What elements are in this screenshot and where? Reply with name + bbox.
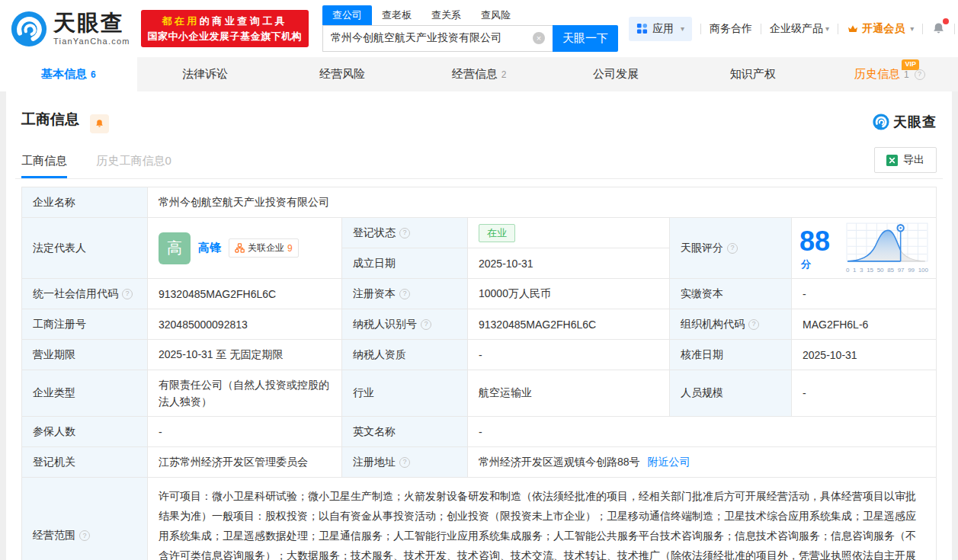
field-label: 企业名称 — [22, 187, 148, 218]
field-value: 2025-10-31 至 无固定期限 — [148, 340, 342, 370]
logo-text: 天眼查 TianYanCha.com — [53, 12, 130, 46]
section-title-wrap: 工商信息 — [21, 110, 109, 133]
reg-status-cell: 在业 — [468, 218, 670, 248]
logo-title: 天眼查 — [53, 12, 130, 34]
company-name-value: 常州今创航空航天产业投资有限公司 — [148, 187, 937, 218]
table-row: 参保人数 - 英文名称 - — [22, 417, 937, 447]
promo-badge: 都在用的商业查询工具 国家中小企业发展子基金旗下机构 — [141, 10, 309, 47]
menu-apps[interactable]: 应用 ▾ — [629, 17, 692, 41]
divider — [761, 24, 761, 34]
search-input[interactable]: 常州今创航空航天产业投资有限公司 × — [322, 25, 553, 52]
help-icon[interactable]: ? — [399, 457, 410, 468]
search-tab-risk[interactable]: 查风险 — [471, 5, 521, 25]
subscribe-bell-button[interactable] — [90, 114, 109, 133]
tab-label: 公司发展 — [593, 67, 639, 82]
tab-company-development[interactable]: 公司发展 — [547, 57, 684, 91]
tab-legal-proceedings[interactable]: 法律诉讼 — [137, 57, 274, 91]
top-header: 天眼查 TianYanCha.com 都在用的商业查询工具 国家中小企业发展子基… — [0, 0, 958, 57]
field-label: 人员规模 — [670, 370, 792, 417]
field-value: 91320485MAG2FH6L6C — [468, 309, 670, 340]
help-icon[interactable]: ? — [421, 319, 431, 330]
field-label: 组织机构代码 ? — [670, 309, 792, 340]
search-tab-company[interactable]: 查公司 — [322, 5, 372, 25]
table-row: 企业类型 有限责任公司（自然人投资或控股的法人独资） 行业 航空运输业 人员规模… — [22, 370, 937, 417]
table-row: 工商注册号 320485000092813 纳税人识别号 ? 91320485M… — [22, 309, 937, 340]
related-label: 关联企业 — [248, 242, 284, 254]
company-nav-tabs: 基本信息 6 法律诉讼 经营风险 经营信息 2 公司发展 知识产权 VIP 历史… — [0, 57, 958, 91]
search-tab-boss[interactable]: 查老板 — [372, 5, 421, 25]
subtabs: 工商信息 历史工商信息0 — [21, 154, 197, 178]
score-cell[interactable]: 88分 — [792, 218, 937, 279]
label-text: 注册资本 — [353, 287, 396, 301]
divider — [922, 24, 923, 34]
related-companies-badge[interactable]: 关联企业 9 — [229, 238, 299, 258]
search-block: 查公司 查老板 查关系 查风险 常州今创航空航天产业投资有限公司 × 天眼一下 — [322, 6, 618, 52]
field-value: - — [468, 340, 670, 370]
field-value: - — [792, 279, 937, 309]
reg-status-label: 登记状态 — [353, 226, 396, 240]
menu-enterprise-products[interactable]: 企业级产品 ▾ — [770, 22, 829, 36]
score-unit: 分 — [801, 258, 811, 270]
help-icon[interactable]: ? — [915, 69, 925, 80]
search-tab-relation[interactable]: 查关系 — [421, 5, 471, 25]
tab-label: 基本信息 — [41, 67, 87, 82]
promo-line1-rest: 的商业查询工具 — [200, 15, 288, 27]
table-row: 登记机关 江苏常州经济开发区管理委员会 注册地址 ? 常州经济开发区遥观镇今创路… — [22, 447, 937, 478]
tab-operation-risk[interactable]: 经营风险 — [274, 57, 411, 91]
help-icon[interactable]: ? — [727, 243, 738, 254]
status-badge: 在业 — [479, 224, 515, 242]
score-distribution-chart: 0 1 3 15 50 85 97 99 100 — [846, 222, 928, 274]
notification-bell[interactable] — [931, 21, 946, 36]
help-icon[interactable]: ? — [122, 289, 133, 299]
tick-label: 100 — [918, 267, 928, 274]
field-value: MAG2FH6L-6 — [792, 309, 937, 340]
label-text: 经营范围 — [33, 529, 75, 542]
tab-count: 2 — [501, 69, 507, 80]
tianyancha-logo[interactable]: 天眼查 TianYanCha.com — [11, 11, 130, 47]
menu-open-vip[interactable]: 开通会员 ▾ — [847, 22, 914, 36]
subtab-history-business-info[interactable]: 历史工商信息0 — [96, 154, 171, 178]
tick-label: 50 — [877, 267, 884, 274]
field-label: 纳税人识别号 ? — [342, 309, 468, 340]
tab-history-info[interactable]: VIP 历史信息 1 ? — [821, 57, 958, 91]
bell-icon — [95, 119, 104, 129]
field-label: 天眼评分 ? — [670, 218, 792, 279]
legal-rep-name-link[interactable]: 高锋 — [198, 241, 221, 255]
field-value: 江苏常州经济开发区管理委员会 — [148, 447, 342, 478]
legal-rep-cell: 高 高锋 关联企业 9 — [148, 218, 342, 279]
tab-label: 经营信息 — [452, 67, 498, 82]
page: 天眼查 TianYanCha.com 都在用的商业查询工具 国家中小企业发展子基… — [0, 0, 958, 560]
search-button[interactable]: 天眼一下 — [553, 25, 618, 52]
export-button[interactable]: 导出 — [874, 147, 937, 173]
section-title: 工商信息 — [21, 111, 79, 127]
promo-line1-highlight: 都在用 — [162, 15, 200, 27]
tab-basic-info[interactable]: 基本信息 6 — [0, 57, 137, 91]
menu-cooperation[interactable]: 商务合作 — [710, 22, 752, 36]
help-icon[interactable]: ? — [79, 530, 90, 541]
tab-intellectual-property[interactable]: 知识产权 — [684, 57, 822, 91]
help-icon[interactable]: ? — [399, 228, 410, 238]
field-value: 91320485MAG2FH6L6C — [148, 279, 342, 309]
tab-count: 6 — [91, 69, 96, 80]
help-icon[interactable]: ? — [399, 289, 410, 299]
field-label: 工商注册号 — [22, 309, 148, 340]
help-icon[interactable]: ? — [748, 319, 759, 330]
tianyancha-watermark: 天眼查 — [873, 113, 937, 131]
tick-label: 97 — [898, 267, 905, 274]
field-label: 经营范围 ? — [22, 478, 148, 560]
table-row: 企业名称 常州今创航空航天产业投资有限公司 — [22, 187, 937, 218]
field-label: 成立日期 — [342, 248, 468, 279]
subtab-business-info[interactable]: 工商信息 — [21, 154, 67, 178]
apps-grid-icon — [636, 23, 648, 34]
legal-rep-avatar[interactable]: 高 — [159, 232, 191, 264]
tab-label: 知识产权 — [730, 67, 776, 82]
reg-address-cell: 常州经济开发区遥观镇今创路88号 附近公司 — [468, 447, 937, 478]
tab-label: 历史信息 — [854, 67, 900, 82]
menu-vip-label: 开通会员 — [862, 22, 905, 36]
tab-operation-info[interactable]: 经营信息 2 — [411, 57, 548, 91]
field-value: 航空运输业 — [468, 370, 670, 417]
nearby-companies-link[interactable]: 附近公司 — [648, 456, 690, 469]
table-row: 经营范围 ? 许可项目：微小卫星科研试验；微小卫星生产制造；火箭发射设备研发和制… — [22, 478, 937, 560]
clear-icon[interactable]: × — [533, 32, 545, 44]
field-label: 统一社会信用代码 ? — [22, 279, 148, 309]
